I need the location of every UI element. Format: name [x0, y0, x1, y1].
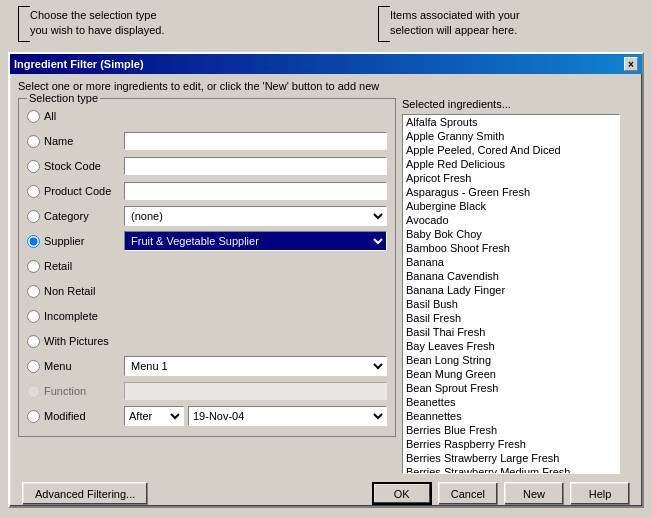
radio-row-non-retail: Non Retail: [27, 280, 387, 302]
radio-row-stock-code: Stock Code: [27, 155, 387, 177]
dialog-title: Ingredient Filter (Simple): [14, 58, 144, 70]
radio-label-category[interactable]: Category: [44, 210, 124, 222]
radio-label-stock-code[interactable]: Stock Code: [44, 160, 124, 172]
list-item[interactable]: Banana Lady Finger: [403, 283, 619, 297]
radio-name[interactable]: [27, 135, 40, 148]
list-item[interactable]: Bean Mung Green: [403, 367, 619, 381]
stock-code-input[interactable]: [124, 157, 387, 175]
supplier-select[interactable]: Fruit & Vegetable Supplier: [124, 231, 387, 251]
dialog-body: Select one or more ingredients to edit, …: [10, 74, 642, 511]
category-select[interactable]: (none): [124, 206, 387, 226]
selected-ingredients-label: Selected ingredients...: [402, 98, 634, 110]
radio-incomplete[interactable]: [27, 310, 40, 323]
radio-row-menu: Menu Menu 1: [27, 355, 387, 377]
list-item[interactable]: Alfalfa Sprouts: [403, 115, 619, 129]
dialog-window: Ingredient Filter (Simple) × Select one …: [8, 52, 644, 508]
name-input[interactable]: [124, 132, 387, 150]
selection-group: Selection type All Name: [18, 98, 396, 437]
radio-menu[interactable]: [27, 360, 40, 373]
radio-row-supplier: Supplier Fruit & Vegetable Supplier: [27, 230, 387, 252]
menu-select[interactable]: Menu 1: [124, 356, 387, 376]
tooltip-right: Items associated with your selection wil…: [390, 8, 520, 39]
list-item[interactable]: Beannettes: [403, 409, 619, 423]
radio-row-incomplete: Incomplete: [27, 305, 387, 327]
selection-group-title: Selection type: [27, 92, 100, 104]
list-item[interactable]: Asparagus - Green Fresh: [403, 185, 619, 199]
list-item[interactable]: Aubergine Black: [403, 199, 619, 213]
list-item[interactable]: Bamboo Shoot Fresh: [403, 241, 619, 255]
tooltip-left: Choose the selection type you wish to ha…: [30, 8, 165, 39]
list-item[interactable]: Beanettes: [403, 395, 619, 409]
ingredients-list-container: Alfalfa SproutsApple Granny SmithApple P…: [402, 114, 634, 474]
radio-label-function: Function: [44, 385, 124, 397]
left-panel: Selection type All Name: [18, 98, 396, 474]
radio-label-menu[interactable]: Menu: [44, 360, 124, 372]
list-item[interactable]: Banana: [403, 255, 619, 269]
bottom-buttons: Advanced Filtering... OK Cancel New Help: [18, 482, 634, 505]
radio-label-non-retail[interactable]: Non Retail: [44, 285, 124, 297]
list-item[interactable]: Apple Peeled, Cored And Diced: [403, 143, 619, 157]
radio-label-modified[interactable]: Modified: [44, 410, 124, 422]
radio-label-supplier[interactable]: Supplier: [44, 235, 124, 247]
advanced-filtering-button[interactable]: Advanced Filtering...: [22, 482, 148, 505]
list-item[interactable]: Apple Red Delicious: [403, 157, 619, 171]
new-button[interactable]: New: [504, 482, 564, 505]
radio-row-category: Category (none): [27, 205, 387, 227]
radio-function: [27, 385, 40, 398]
dialog-titlebar: Ingredient Filter (Simple) ×: [10, 54, 642, 74]
radio-label-incomplete[interactable]: Incomplete: [44, 310, 124, 322]
radio-non-retail[interactable]: [27, 285, 40, 298]
bracket-left-decoration: [18, 6, 30, 42]
cancel-button[interactable]: Cancel: [438, 482, 498, 505]
list-item[interactable]: Bean Long String: [403, 353, 619, 367]
list-item[interactable]: Berries Blue Fresh: [403, 423, 619, 437]
ok-button[interactable]: OK: [372, 482, 432, 505]
modified-date-select[interactable]: 19-Nov-04: [188, 406, 387, 426]
radio-label-retail[interactable]: Retail: [44, 260, 124, 272]
function-input: [124, 382, 387, 400]
dialog-subtitle: Select one or more ingredients to edit, …: [18, 80, 634, 92]
radio-row-function: Function: [27, 380, 387, 402]
radio-label-all[interactable]: All: [44, 110, 124, 122]
modified-after-select[interactable]: After Before: [124, 406, 184, 426]
list-item[interactable]: Bay Leaves Fresh: [403, 339, 619, 353]
list-item[interactable]: Apricot Fresh: [403, 171, 619, 185]
list-item[interactable]: Bean Sprout Fresh: [403, 381, 619, 395]
radio-with-pictures[interactable]: [27, 335, 40, 348]
radio-stock-code[interactable]: [27, 160, 40, 173]
radio-row-all: All: [27, 105, 387, 127]
radio-row-retail: Retail: [27, 255, 387, 277]
radio-label-with-pictures[interactable]: With Pictures: [44, 335, 124, 347]
right-panel: Selected ingredients... Alfalfa SproutsA…: [402, 98, 634, 474]
list-item[interactable]: Basil Bush: [403, 297, 619, 311]
help-button[interactable]: Help: [570, 482, 630, 505]
product-code-input[interactable]: [124, 182, 387, 200]
list-item[interactable]: Avocado: [403, 213, 619, 227]
radio-category[interactable]: [27, 210, 40, 223]
close-button[interactable]: ×: [624, 57, 638, 71]
list-item[interactable]: Basil Thai Fresh: [403, 325, 619, 339]
list-item[interactable]: Banana Cavendish: [403, 269, 619, 283]
radio-supplier[interactable]: [27, 235, 40, 248]
modified-controls: After Before 19-Nov-04: [124, 406, 387, 426]
list-item[interactable]: Berries Strawberry Medium Fresh: [403, 465, 619, 474]
radio-row-product-code: Product Code: [27, 180, 387, 202]
radio-label-name[interactable]: Name: [44, 135, 124, 147]
ingredients-list[interactable]: Alfalfa SproutsApple Granny SmithApple P…: [402, 114, 620, 474]
radio-modified[interactable]: [27, 410, 40, 423]
list-item[interactable]: Apple Granny Smith: [403, 129, 619, 143]
list-item[interactable]: Baby Bok Choy: [403, 227, 619, 241]
radio-product-code[interactable]: [27, 185, 40, 198]
list-item[interactable]: Berries Strawberry Large Fresh: [403, 451, 619, 465]
right-buttons: OK Cancel New Help: [372, 482, 630, 505]
radio-row-with-pictures: With Pictures: [27, 330, 387, 352]
radio-label-product-code[interactable]: Product Code: [44, 185, 124, 197]
radio-retail[interactable]: [27, 260, 40, 273]
main-content: Selection type All Name: [18, 98, 634, 474]
radio-all[interactable]: [27, 110, 40, 123]
list-item[interactable]: Basil Fresh: [403, 311, 619, 325]
list-item[interactable]: Berries Raspberry Fresh: [403, 437, 619, 451]
radio-row-name: Name: [27, 130, 387, 152]
radio-row-modified: Modified After Before 19-Nov-04: [27, 405, 387, 427]
bracket-right-decoration: [378, 6, 390, 42]
